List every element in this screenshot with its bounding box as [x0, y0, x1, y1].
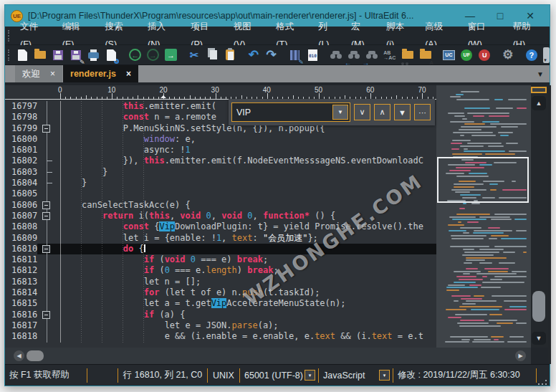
fold-margin[interactable]: [37, 123, 57, 134]
minimap-line: [474, 339, 491, 340]
ultrafinder-icon[interactable]: UF: [459, 46, 475, 64]
toolbar-grip[interactable]: [8, 49, 10, 61]
code-text: let e = JSON.parse(a);: [57, 320, 436, 331]
toolbar-separator: [517, 46, 522, 64]
tab-close-icon[interactable]: ×: [50, 69, 55, 79]
scroll-up-icon[interactable]: ▲: [532, 96, 546, 110]
redo-icon[interactable]: ↷: [263, 46, 279, 64]
search-input[interactable]: [232, 107, 332, 118]
ruler-label: 10: [107, 86, 115, 94]
status-line-ending[interactable]: UNIX: [208, 371, 239, 381]
fold-collapse-icon[interactable]: [42, 125, 50, 133]
horizontal-scrollbar[interactable]: ◀ ▶: [5, 348, 531, 364]
ruler-tick: [133, 97, 133, 99]
open-file-icon[interactable]: [32, 46, 49, 64]
fold-margin[interactable]: [37, 200, 57, 211]
status-encoding[interactable]: 65001 (UTF-8): [240, 371, 305, 381]
indent-guide: [143, 101, 144, 343]
code-token: parse: [232, 320, 258, 330]
hex-mode-icon[interactable]: 010: [305, 46, 321, 64]
fold-collapse-icon[interactable]: [42, 212, 50, 220]
find-in-files-icon[interactable]: [399, 46, 416, 64]
copy-icon[interactable]: [204, 46, 221, 64]
scroll-right-icon[interactable]: ▶: [515, 350, 526, 361]
code-text: do {: [57, 244, 436, 254]
scroll-left-icon[interactable]: ◀: [14, 350, 24, 361]
line-number: 16801: [5, 145, 37, 156]
settings-icon[interactable]: ⚙: [500, 46, 517, 64]
minimap[interactable]: [436, 85, 531, 348]
vertical-scrollbar[interactable]: ▲ ▼: [531, 85, 548, 348]
ruler-tick: [153, 97, 154, 99]
find-icon[interactable]: [328, 46, 345, 64]
fold-margin[interactable]: [37, 211, 57, 221]
search-dropdown-icon[interactable]: ▼: [332, 105, 348, 120]
code-token: async: !: [144, 145, 186, 155]
minimap-line: [498, 132, 513, 133]
paste-icon-glyph: [226, 49, 234, 60]
save-as-icon[interactable]: ✎: [68, 46, 85, 64]
cut-icon[interactable]: ✂: [186, 46, 203, 64]
filter-button[interactable]: ▼: [394, 104, 411, 120]
code-token: void: [221, 211, 242, 221]
minimap-line: [462, 303, 476, 305]
paste-icon[interactable]: [222, 46, 239, 64]
language-dropdown-button[interactable]: ▾: [379, 370, 390, 381]
resize-grip[interactable]: [537, 373, 548, 384]
code-row: 16808 const {VipDownloadPlugin: t} = yie…: [5, 221, 436, 232]
code-token: for: [144, 287, 160, 297]
more-button[interactable]: ···: [414, 104, 431, 120]
fold-collapse-icon[interactable]: [42, 245, 50, 253]
menubar-grip[interactable]: [8, 30, 10, 42]
toolbar-overflow[interactable]: ▾: [543, 47, 550, 63]
status-bar: 按 F1 获取帮助 行 16810, 列 21, C0 UNIX 65001 (…: [5, 364, 550, 386]
forward-icon[interactable]: →: [145, 46, 161, 64]
minimap-line: [479, 262, 492, 264]
new-file-icon[interactable]: [14, 46, 31, 64]
ultracompare-icon[interactable]: UC: [441, 46, 457, 64]
print-preview-icon[interactable]: [103, 46, 120, 64]
replace-in-files-icon[interactable]: A: [417, 46, 433, 64]
ruler-tick: [148, 97, 149, 99]
vertical-scroll-thumb[interactable]: [532, 291, 545, 322]
minimap-viewport[interactable]: [437, 157, 529, 203]
encoding-dropdown-button[interactable]: ▾: [305, 370, 315, 381]
ultraftp-icon[interactable]: U: [476, 46, 493, 64]
find-prev-button[interactable]: ∧: [374, 104, 390, 120]
search-combo[interactable]: ▼: [231, 102, 350, 122]
fold-collapse-icon[interactable]: [42, 311, 50, 319]
fold-collapse-icon[interactable]: [42, 201, 50, 209]
tab-renderer.js[interactable]: renderer.js×: [63, 65, 138, 82]
find-prev-icon[interactable]: ←: [346, 46, 363, 64]
code-token: if: [144, 265, 154, 275]
code-token: n = a.remote: [149, 112, 216, 122]
line-number: 16802: [5, 156, 37, 166]
save-icon[interactable]: [50, 46, 67, 64]
line-number: 16812: [5, 265, 37, 276]
minimap-line: [466, 259, 485, 261]
help-icon[interactable]: ?: [523, 46, 540, 64]
code-token: }: [82, 178, 87, 188]
replace-icon[interactable]: AB →AC: [381, 46, 398, 64]
status-language[interactable]: JavaScript: [319, 371, 379, 381]
tab-list-dropdown-icon[interactable]: ▼: [537, 70, 544, 78]
code-text: e && (i.enable = e.enable, e.text && (i.…: [57, 331, 436, 342]
minimap-line: [471, 135, 496, 136]
print-icon[interactable]: [86, 46, 102, 64]
undo-icon[interactable]: ↶: [245, 46, 262, 64]
fold-margin: [37, 331, 57, 342]
tab-close-icon[interactable]: ×: [126, 69, 131, 79]
goto-icon[interactable]: →: [163, 46, 179, 64]
minimap-line: [460, 135, 464, 136]
find-next-icon[interactable]: →: [364, 46, 380, 64]
ruler-label: 70: [418, 86, 426, 94]
scroll-down-icon[interactable]: ▼: [532, 332, 546, 345]
tab-欢迎[interactable]: 欢迎×: [15, 65, 62, 82]
column-mode-icon[interactable]: ✎: [287, 46, 303, 64]
back-icon[interactable]: ←: [127, 46, 143, 64]
find-next-button[interactable]: ∨: [354, 104, 370, 120]
fold-margin[interactable]: [37, 310, 57, 320]
horizontal-scroll-thumb[interactable]: [27, 350, 44, 361]
fold-margin[interactable]: [37, 244, 57, 254]
minimap-line: [456, 94, 464, 95]
